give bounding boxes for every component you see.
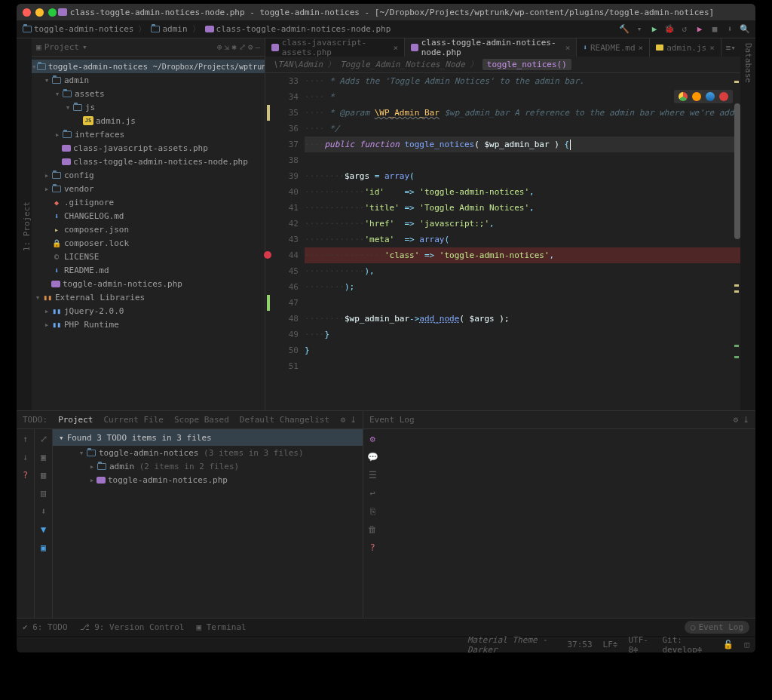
debug-button[interactable]: 🐞 [663,23,676,35]
tree-folder[interactable]: ▸config [32,168,265,182]
memory-icon[interactable]: ◫ [744,640,749,649]
help-icon[interactable]: ? [369,542,375,553]
tree-folder[interactable]: ▾▮▮External Libraries [32,290,265,304]
hide-icon[interactable]: ⤓ [743,415,749,425]
gear-icon[interactable]: ⚙ [369,434,375,444]
minimize-window-button[interactable] [35,8,44,17]
todo-summary[interactable]: ▾Found 3 TODO items in 3 files [53,429,363,446]
tool-database[interactable]: Database [743,43,753,83]
breadcrumb-file[interactable]: class-toggle-admin-notices-node.php [204,24,393,34]
opera-icon[interactable] [719,92,728,101]
up-arrow-icon[interactable]: ↑ [23,434,28,444]
minimize-icon[interactable]: — [255,42,260,52]
firefox-icon[interactable] [692,92,701,101]
tab-file[interactable]: admin.js× [650,38,721,57]
tree-folder[interactable]: ▾admin [32,73,265,87]
browser-icons[interactable] [674,90,733,103]
down-arrow-icon[interactable]: ↓ [23,452,28,462]
line-ending[interactable]: LF≑ [603,640,618,649]
build-button[interactable]: 🔨 [618,23,630,35]
theme-name[interactable]: Material Theme - Darker [467,635,556,653]
lock-icon[interactable]: 🔓 [723,640,734,649]
todo-tab-changelist[interactable]: Default Changelist [240,415,329,425]
config-select[interactable]: ▾ [633,23,645,35]
tree-file[interactable]: ⬇README.md [32,263,265,277]
breadcrumb-folder[interactable]: toggle-admin-notices [21,24,135,34]
search-everywhere-button[interactable]: 🔍 [739,23,751,35]
todo-tab-scope[interactable]: Scope Based [174,415,229,425]
code-content[interactable]: ···· * Adds the 'Toggle Admin Notices' t… [305,73,740,410]
close-icon[interactable]: × [709,43,715,53]
preview-icon[interactable]: ▤ [41,488,46,499]
log-content[interactable] [381,429,755,618]
todo-tab-current[interactable]: Current File [103,415,163,425]
vcs-update-button[interactable]: ⬇ [724,23,736,35]
close-icon[interactable]: × [639,43,644,53]
run-button[interactable]: ▶ [648,23,660,35]
todo-node[interactable]: ▾toggle-admin-notices (3 items in 3 file… [53,446,363,459]
gear-icon[interactable]: ⚙ [733,415,738,425]
balloon-icon[interactable]: 💬 [367,452,378,462]
expand-icon[interactable]: ⤢ [40,434,47,444]
tree-folder[interactable]: ▸▮▮PHP Runtime [32,318,265,331]
scrollbar[interactable] [734,103,740,239]
tree-root[interactable]: ▾toggle-admin-notices ~/Dropbox/Projects… [32,60,265,73]
tree-file[interactable]: ◆.gitignore [32,195,265,209]
git-branch[interactable]: Git: develop≑ [662,635,712,653]
tab-file[interactable]: class-toggle-admin-notices-node.php× [405,38,577,57]
close-icon[interactable]: × [565,43,571,53]
tree-folder[interactable]: ▸interfaces [32,127,265,141]
breadcrumb-function[interactable]: toggle_notices() [482,59,571,70]
autoscroll-icon[interactable]: ▣ [41,452,46,462]
chrome-icon[interactable] [679,92,688,101]
tree-file[interactable]: JSadmin.js [32,114,265,127]
stop-icon[interactable]: ■ [709,23,721,35]
tree-file[interactable]: class-javascript-assets.php [32,141,265,155]
encoding[interactable]: UTF-8≑ [628,635,651,653]
code-editor[interactable]: 33 34 35 36 37 38 39 40 41 42 43 44 45 4… [265,73,740,410]
tree-file[interactable]: ©LICENSE [32,250,265,263]
gear-icon[interactable]: ⚙ [340,415,345,425]
collapse-all-icon[interactable]: ⇲ [225,42,230,52]
todo-node[interactable]: ▸admin (2 items in 2 files) [53,459,363,473]
tree-file[interactable]: toggle-admin-notices.php [32,277,265,290]
soft-wrap-icon[interactable]: ↩ [369,488,375,499]
sidebar-view-select[interactable]: ▣Project▾ [36,42,87,52]
tree-folder[interactable]: ▾assets [32,87,265,100]
cursor-position[interactable]: 37:53 [567,640,592,649]
tree-file[interactable]: ⬇CHANGELOG.md [32,209,265,223]
copy-icon[interactable]: ⎘ [370,506,375,517]
tool-project[interactable]: 1: Project [22,201,32,251]
scroll-to-source-icon[interactable]: ⊕ [217,42,222,52]
gear-icon[interactable]: ⚙ [248,42,253,52]
group-icon[interactable]: ▦ [41,470,46,480]
help-icon[interactable]: ? [23,470,28,480]
hide-icon[interactable]: ⤢ [239,42,246,52]
breadcrumb-folder[interactable]: admin [149,24,188,34]
tab-file[interactable]: ⬇README.md× [577,38,650,57]
tree-folder[interactable]: ▸▮▮jQuery-2.0.0 [32,304,265,318]
coverage-button[interactable]: ▶ [694,23,706,35]
breakpoint-icon[interactable] [264,251,271,259]
tree-file[interactable]: class-toggle-admin-notices-node.php [32,155,265,168]
maximize-window-button[interactable] [48,8,57,17]
tab-terminal[interactable]: ▣ Terminal [196,622,246,632]
tab-todo[interactable]: ✔ 6: TODO [23,622,68,632]
safari-icon[interactable] [706,92,715,101]
breadcrumb-namespace[interactable]: \TAN\Admin [273,60,323,69]
module-icon[interactable]: ▣ [41,542,46,553]
close-icon[interactable]: × [393,43,398,53]
tree-file[interactable]: 🔒composer.lock [32,236,265,250]
stop-button[interactable]: ↺ [679,23,691,35]
todo-tab-project[interactable]: Project [58,415,93,425]
tree-folder[interactable]: ▸vendor [32,182,265,195]
hide-icon[interactable]: ⤓ [350,415,357,425]
close-window-button[interactable] [23,8,31,17]
trash-icon[interactable]: 🗑 [368,524,377,535]
tab-file[interactable]: class-javascript-assets.php× [265,38,405,57]
tree-folder[interactable]: ▾js [32,100,265,114]
event-log-button[interactable]: ○ Event Log [685,621,749,634]
todo-node[interactable]: ▸toggle-admin-notices.php [53,473,363,487]
filter-icon[interactable]: ▼ [41,524,46,535]
breadcrumb-class[interactable]: Toggle_Admin_Notices_Node [340,60,465,69]
